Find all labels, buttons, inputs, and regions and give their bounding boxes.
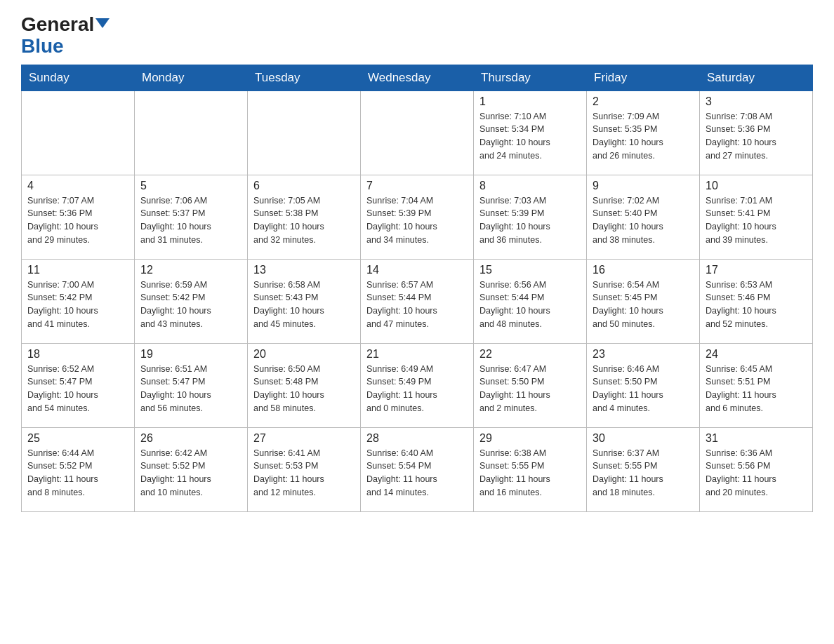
day-number: 28 (366, 432, 468, 445)
day-number: 20 (253, 348, 355, 361)
day-info: Sunrise: 7:02 AMSunset: 5:40 PMDaylight:… (593, 194, 694, 247)
day-info: Sunrise: 7:01 AMSunset: 5:41 PMDaylight:… (706, 194, 807, 247)
table-row: 21Sunrise: 6:49 AMSunset: 5:49 PMDayligh… (361, 343, 474, 427)
day-info: Sunrise: 6:46 AMSunset: 5:50 PMDaylight:… (593, 363, 694, 415)
table-row: 22Sunrise: 6:47 AMSunset: 5:50 PMDayligh… (474, 343, 587, 427)
day-number: 11 (27, 264, 128, 276)
day-number: 9 (593, 180, 694, 192)
calendar-week-4: 18Sunrise: 6:52 AMSunset: 5:47 PMDayligh… (22, 343, 813, 427)
day-info: Sunrise: 7:00 AMSunset: 5:42 PMDaylight:… (27, 279, 128, 331)
table-row: 19Sunrise: 6:51 AMSunset: 5:47 PMDayligh… (135, 343, 248, 427)
table-row: 16Sunrise: 6:54 AMSunset: 5:45 PMDayligh… (587, 259, 700, 343)
header-tuesday: Tuesday (248, 65, 361, 90)
day-number: 2 (593, 95, 694, 108)
table-row: 9Sunrise: 7:02 AMSunset: 5:40 PMDaylight… (587, 175, 700, 259)
day-info: Sunrise: 6:53 AMSunset: 5:46 PMDaylight:… (706, 279, 807, 331)
day-info: Sunrise: 6:44 AMSunset: 5:52 PMDaylight:… (27, 447, 128, 499)
day-info: Sunrise: 6:37 AMSunset: 5:55 PMDaylight:… (593, 447, 694, 499)
table-row: 15Sunrise: 6:56 AMSunset: 5:44 PMDayligh… (474, 259, 587, 343)
calendar-week-1: 1Sunrise: 7:10 AMSunset: 5:34 PMDaylight… (22, 90, 813, 175)
day-number: 19 (140, 348, 241, 361)
day-number: 24 (706, 348, 807, 361)
day-number: 15 (479, 264, 581, 276)
day-number: 6 (253, 180, 355, 192)
day-number: 29 (479, 432, 581, 445)
table-row: 18Sunrise: 6:52 AMSunset: 5:47 PMDayligh… (22, 343, 135, 427)
day-info: Sunrise: 6:38 AMSunset: 5:55 PMDaylight:… (479, 447, 581, 499)
day-info: Sunrise: 6:36 AMSunset: 5:56 PMDaylight:… (706, 447, 807, 499)
day-info: Sunrise: 7:08 AMSunset: 5:36 PMDaylight:… (706, 110, 807, 163)
logo-triangle-icon (95, 18, 110, 28)
table-row: 14Sunrise: 6:57 AMSunset: 5:44 PMDayligh… (361, 259, 474, 343)
table-row: 26Sunrise: 6:42 AMSunset: 5:52 PMDayligh… (135, 427, 248, 511)
table-row: 4Sunrise: 7:07 AMSunset: 5:36 PMDaylight… (22, 175, 135, 259)
day-number: 30 (593, 432, 694, 445)
table-row (361, 90, 474, 175)
day-info: Sunrise: 6:50 AMSunset: 5:48 PMDaylight:… (253, 363, 355, 415)
day-number: 13 (253, 264, 355, 276)
day-number: 16 (593, 264, 694, 276)
day-number: 8 (479, 180, 581, 192)
table-row: 1Sunrise: 7:10 AMSunset: 5:34 PMDaylight… (474, 90, 587, 175)
table-row: 11Sunrise: 7:00 AMSunset: 5:42 PMDayligh… (22, 259, 135, 343)
table-row: 28Sunrise: 6:40 AMSunset: 5:54 PMDayligh… (361, 427, 474, 511)
day-number: 21 (366, 348, 468, 361)
day-info: Sunrise: 6:45 AMSunset: 5:51 PMDaylight:… (706, 363, 807, 415)
table-row: 30Sunrise: 6:37 AMSunset: 5:55 PMDayligh… (587, 427, 700, 511)
day-info: Sunrise: 6:49 AMSunset: 5:49 PMDaylight:… (366, 363, 468, 415)
day-info: Sunrise: 7:03 AMSunset: 5:39 PMDaylight:… (479, 194, 581, 247)
day-info: Sunrise: 7:06 AMSunset: 5:37 PMDaylight:… (140, 194, 241, 247)
header-friday: Friday (587, 65, 700, 90)
table-row: 13Sunrise: 6:58 AMSunset: 5:43 PMDayligh… (248, 259, 361, 343)
day-number: 25 (27, 432, 128, 445)
day-number: 23 (593, 348, 694, 361)
calendar-header-row: SundayMondayTuesdayWednesdayThursdayFrid… (22, 65, 813, 90)
day-info: Sunrise: 6:42 AMSunset: 5:52 PMDaylight:… (140, 447, 241, 499)
header-saturday: Saturday (700, 65, 813, 90)
day-number: 3 (706, 95, 807, 108)
day-info: Sunrise: 6:51 AMSunset: 5:47 PMDaylight:… (140, 363, 241, 415)
day-info: Sunrise: 6:57 AMSunset: 5:44 PMDaylight:… (366, 279, 468, 331)
day-number: 14 (366, 264, 468, 276)
day-number: 1 (479, 95, 581, 108)
day-info: Sunrise: 7:04 AMSunset: 5:39 PMDaylight:… (366, 194, 468, 247)
logo-blue-text: Blue (21, 35, 64, 57)
calendar-week-3: 11Sunrise: 7:00 AMSunset: 5:42 PMDayligh… (22, 259, 813, 343)
day-number: 18 (27, 348, 128, 361)
logo: GeneralBlue (21, 14, 110, 58)
day-info: Sunrise: 6:41 AMSunset: 5:53 PMDaylight:… (253, 447, 355, 499)
table-row: 25Sunrise: 6:44 AMSunset: 5:52 PMDayligh… (22, 427, 135, 511)
table-row: 27Sunrise: 6:41 AMSunset: 5:53 PMDayligh… (248, 427, 361, 511)
day-info: Sunrise: 7:05 AMSunset: 5:38 PMDaylight:… (253, 194, 355, 247)
table-row: 12Sunrise: 6:59 AMSunset: 5:42 PMDayligh… (135, 259, 248, 343)
day-info: Sunrise: 6:56 AMSunset: 5:44 PMDaylight:… (479, 279, 581, 331)
day-info: Sunrise: 7:07 AMSunset: 5:36 PMDaylight:… (27, 194, 128, 247)
day-number: 31 (706, 432, 807, 445)
table-row: 6Sunrise: 7:05 AMSunset: 5:38 PMDaylight… (248, 175, 361, 259)
logo-text: GeneralBlue (21, 14, 110, 58)
table-row: 31Sunrise: 6:36 AMSunset: 5:56 PMDayligh… (700, 427, 813, 511)
day-number: 5 (140, 180, 241, 192)
table-row (22, 90, 135, 175)
header-monday: Monday (135, 65, 248, 90)
table-row: 20Sunrise: 6:50 AMSunset: 5:48 PMDayligh… (248, 343, 361, 427)
table-row: 5Sunrise: 7:06 AMSunset: 5:37 PMDaylight… (135, 175, 248, 259)
day-number: 27 (253, 432, 355, 445)
table-row: 23Sunrise: 6:46 AMSunset: 5:50 PMDayligh… (587, 343, 700, 427)
table-row (248, 90, 361, 175)
day-number: 26 (140, 432, 241, 445)
day-info: Sunrise: 6:54 AMSunset: 5:45 PMDaylight:… (593, 279, 694, 331)
page-header: GeneralBlue (21, 14, 813, 58)
day-info: Sunrise: 7:10 AMSunset: 5:34 PMDaylight:… (479, 110, 581, 163)
day-info: Sunrise: 6:59 AMSunset: 5:42 PMDaylight:… (140, 279, 241, 331)
header-wednesday: Wednesday (361, 65, 474, 90)
day-info: Sunrise: 6:47 AMSunset: 5:50 PMDaylight:… (479, 363, 581, 415)
day-number: 22 (479, 348, 581, 361)
day-info: Sunrise: 6:40 AMSunset: 5:54 PMDaylight:… (366, 447, 468, 499)
table-row: 8Sunrise: 7:03 AMSunset: 5:39 PMDaylight… (474, 175, 587, 259)
table-row: 7Sunrise: 7:04 AMSunset: 5:39 PMDaylight… (361, 175, 474, 259)
table-row: 17Sunrise: 6:53 AMSunset: 5:46 PMDayligh… (700, 259, 813, 343)
table-row: 29Sunrise: 6:38 AMSunset: 5:55 PMDayligh… (474, 427, 587, 511)
table-row (135, 90, 248, 175)
day-info: Sunrise: 6:58 AMSunset: 5:43 PMDaylight:… (253, 279, 355, 331)
